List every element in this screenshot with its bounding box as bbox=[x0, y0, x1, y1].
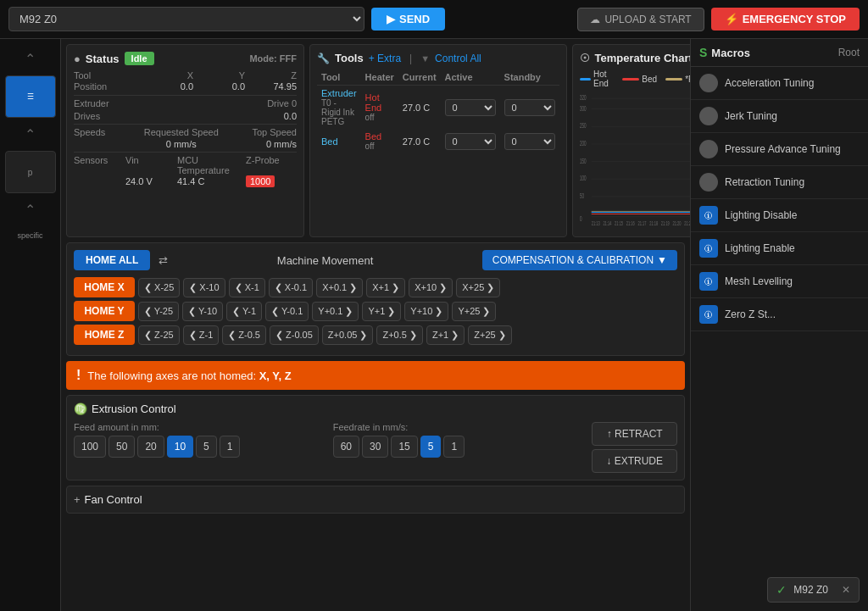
toast-check-icon: ✓ bbox=[776, 583, 787, 597]
sensors-label: Sensors bbox=[74, 155, 125, 175]
move-x-minus25[interactable]: ❮ X-25 bbox=[138, 278, 180, 297]
feed-5[interactable]: 5 bbox=[196, 436, 217, 458]
x-val: 0.0 bbox=[142, 81, 193, 92]
extra-link[interactable]: + Extra bbox=[369, 53, 401, 64]
bed-tool-name[interactable]: Bed bbox=[321, 136, 357, 147]
move-z-minus1[interactable]: ❮ Z-1 bbox=[183, 325, 220, 345]
toast-close-button[interactable]: ✕ bbox=[842, 584, 850, 596]
zprobe-label: Z-Probe bbox=[246, 155, 297, 175]
y-val: 0.0 bbox=[194, 81, 245, 92]
comp-cal-button[interactable]: COMPENSATION & CALIBRATION ▼ bbox=[482, 250, 677, 270]
macros-root[interactable]: Root bbox=[838, 47, 860, 58]
macro-zero-z[interactable]: 🛈 Zero Z St... bbox=[691, 298, 868, 331]
macro-mesh-levelling[interactable]: 🛈 Mesh Levelling bbox=[691, 265, 868, 298]
macro-icon-mesh: 🛈 bbox=[699, 272, 718, 291]
feedrate-1[interactable]: 1 bbox=[443, 436, 465, 458]
move-z-plus05[interactable]: Z+0.5 ❯ bbox=[376, 325, 423, 345]
home-y-button[interactable]: HOME Y bbox=[74, 301, 135, 321]
sidebar-chevron-mid[interactable]: ⌃ bbox=[0, 121, 60, 147]
move-x-minus10[interactable]: ❮ X-10 bbox=[183, 278, 225, 297]
bed-current: 27.0 C bbox=[398, 129, 441, 153]
macro-icon-lighting-disable: 🛈 bbox=[699, 206, 718, 225]
move-y-plus1[interactable]: Y+1 ❯ bbox=[362, 302, 401, 321]
feedrate-60[interactable]: 60 bbox=[333, 436, 359, 458]
home-x-button[interactable]: HOME X bbox=[74, 277, 135, 297]
feed-1[interactable]: 1 bbox=[220, 436, 241, 458]
axis-row-x: HOME X ❮ X-25 ❮ X-10 ❮ X-1 ❮ X-0.1 X+0.1… bbox=[74, 277, 677, 297]
extrude-button[interactable]: ↓ EXTRUDE bbox=[592, 449, 677, 473]
feedrate-30[interactable]: 30 bbox=[362, 436, 388, 458]
bed-heater-label: Bed bbox=[365, 131, 394, 142]
send-button[interactable]: SEND bbox=[371, 8, 445, 31]
macro-acceleration-tuning[interactable]: Acceleration Tuning bbox=[691, 67, 868, 100]
y-label: Y bbox=[194, 70, 245, 81]
move-x-plus01[interactable]: X+0.1 ❯ bbox=[316, 278, 363, 297]
control-all-link[interactable]: Control All bbox=[435, 53, 481, 64]
move-y-minus10[interactable]: ❮ Y-10 bbox=[182, 302, 223, 321]
svg-text:21:19: 21:19 bbox=[660, 220, 669, 226]
chart-icon: ☉ bbox=[580, 52, 590, 64]
sidebar-item-2[interactable]: p bbox=[5, 151, 56, 193]
bed-active-temp[interactable]: 0 bbox=[445, 133, 496, 150]
extruder-label: Extruder bbox=[74, 98, 109, 108]
move-y-plus10[interactable]: Y+10 ❯ bbox=[404, 302, 448, 321]
feedrate-15[interactable]: 15 bbox=[391, 436, 417, 458]
move-z-minus05[interactable]: ❮ Z-0.5 bbox=[222, 325, 266, 345]
move-y-minus25[interactable]: ❮ Y-25 bbox=[138, 302, 179, 321]
emergency-stop-button[interactable]: EMERGENCY STOP bbox=[711, 8, 860, 31]
extrusion-panel: ♍ Extrusion Control Feed amount in mm: 1… bbox=[66, 395, 685, 480]
move-x-plus25[interactable]: X+25 ❯ bbox=[456, 278, 500, 297]
move-z-plus1[interactable]: Z+1 ❯ bbox=[426, 325, 465, 345]
zprobe-val: 1000 bbox=[246, 175, 275, 187]
move-z-plus005[interactable]: Z+0.05 ❯ bbox=[322, 325, 374, 345]
macro-pressure-advance[interactable]: Pressure Advance Tuning bbox=[691, 133, 868, 166]
tools-panel: 🔧 Tools + Extra | ▼ Control All Tool Hea… bbox=[309, 44, 567, 237]
home-all-button[interactable]: HOME ALL bbox=[74, 250, 150, 270]
hotend-state: off bbox=[365, 113, 394, 122]
fan-panel: + Fan Control bbox=[66, 486, 685, 514]
svg-text:50: 50 bbox=[580, 192, 584, 200]
move-x-plus1[interactable]: X+1 ❯ bbox=[366, 278, 405, 297]
feed-20[interactable]: 20 bbox=[137, 436, 164, 458]
move-z-plus25[interactable]: Z+25 ❯ bbox=[468, 325, 511, 345]
sidebar-chevron-down[interactable]: ⌃ bbox=[0, 197, 60, 223]
macro-retraction-tuning[interactable]: Retraction Tuning bbox=[691, 166, 868, 199]
macro-icon-lighting-enable: 🛈 bbox=[699, 239, 718, 258]
extruder-tool-name[interactable]: Extruder bbox=[321, 88, 357, 98]
macro-jerk-tuning[interactable]: Jerk Tuning bbox=[691, 100, 868, 133]
status-indicator-icon: ● bbox=[74, 53, 81, 65]
feed-100[interactable]: 100 bbox=[74, 436, 106, 458]
sidebar-item-active[interactable]: ☰ bbox=[5, 75, 56, 118]
move-y-minus01[interactable]: ❮ Y-0.1 bbox=[265, 302, 309, 321]
x-label: X bbox=[142, 70, 193, 81]
feed-10[interactable]: 10 bbox=[167, 436, 193, 458]
move-y-minus1[interactable]: ❮ Y-1 bbox=[226, 302, 262, 321]
move-y-plus25[interactable]: Y+25 ❯ bbox=[452, 302, 496, 321]
bed-standby-temp[interactable]: 0 bbox=[504, 133, 555, 150]
tools-table: Tool Heater Current Active Standby Extru… bbox=[317, 69, 559, 153]
command-input[interactable]: M92 Z0M92 Z0 bbox=[8, 7, 364, 31]
move-z-minus005[interactable]: ❮ Z-0.05 bbox=[270, 325, 319, 345]
feed-50[interactable]: 50 bbox=[108, 436, 135, 458]
macro-lighting-disable[interactable]: 🛈 Lighting Disable bbox=[691, 199, 868, 232]
home-z-button[interactable]: HOME Z bbox=[74, 325, 135, 345]
extruder-active-temp[interactable]: 0 bbox=[445, 99, 496, 116]
retract-button[interactable]: ↑ RETRACT bbox=[592, 422, 677, 446]
move-x-minus01[interactable]: ❮ X-0.1 bbox=[269, 278, 313, 297]
col-current: Current bbox=[398, 69, 441, 86]
feedrate-5[interactable]: 5 bbox=[420, 436, 442, 458]
macro-lighting-enable[interactable]: 🛈 Lighting Enable bbox=[691, 232, 868, 265]
sidebar-chevron-up[interactable]: ⌃ bbox=[0, 46, 60, 72]
top-panels: ● Status Idle Mode: FFF Tool X Y Z Posit… bbox=[66, 44, 685, 237]
col-tool: Tool bbox=[317, 69, 361, 86]
move-x-minus1[interactable]: ❮ X-1 bbox=[229, 278, 265, 297]
feed-amount-buttons: 100 50 20 10 5 1 bbox=[74, 436, 320, 458]
extruder-standby-temp[interactable]: 0 bbox=[504, 99, 555, 116]
svg-text:200: 200 bbox=[580, 140, 587, 147]
move-z-minus25[interactable]: ❮ Z-25 bbox=[138, 325, 180, 345]
move-y-plus01[interactable]: Y+0.1 ❯ bbox=[312, 302, 359, 321]
svg-text:100: 100 bbox=[580, 175, 587, 182]
move-x-plus10[interactable]: X+10 ❯ bbox=[409, 278, 453, 297]
upload-button[interactable]: UPLOAD & START bbox=[577, 8, 704, 31]
svg-text:250: 250 bbox=[580, 122, 587, 130]
